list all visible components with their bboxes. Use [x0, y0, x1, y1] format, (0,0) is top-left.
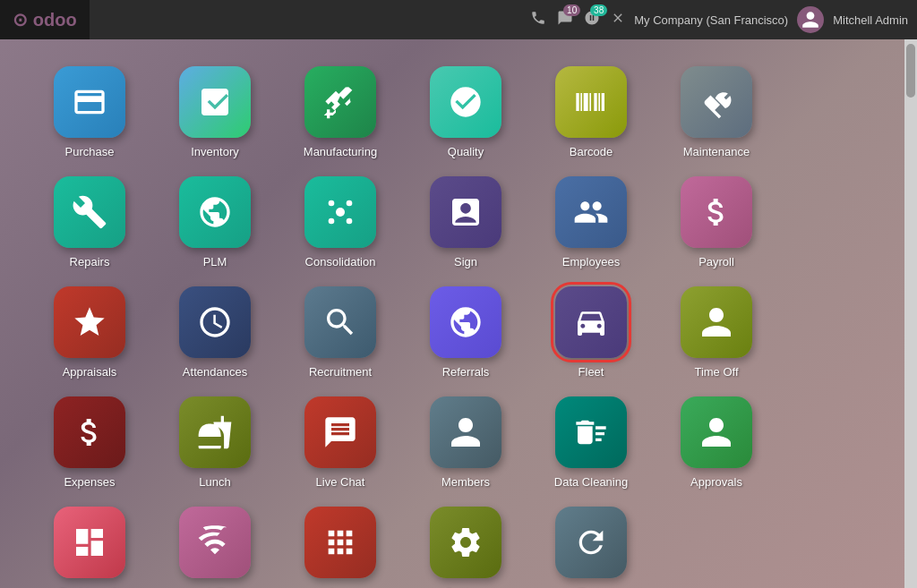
- app-icon-appraisals: [54, 286, 125, 358]
- apps-grid: PurchaseInventoryManufacturingQualityBar…: [0, 39, 917, 588]
- app-icon-employees: [555, 176, 627, 248]
- activity-badge: 38: [590, 4, 607, 16]
- app-icon-approvals: [681, 396, 752, 468]
- app-icon-dashboards: [54, 507, 125, 578]
- topbar: ⊙ odoo 10 38 My Company (San Francisco) …: [0, 0, 917, 39]
- app-label-consolidation: Consolidation: [305, 255, 376, 268]
- app-icon-consolidation: [304, 176, 376, 248]
- app-item-purchase[interactable]: Purchase: [27, 57, 152, 167]
- app-label-appraisals: Appraisals: [63, 365, 117, 379]
- app-label-timeoff: Time Off: [694, 365, 738, 379]
- app-item-plm[interactable]: PLM: [152, 167, 278, 277]
- app-item-consolidation[interactable]: Consolidation: [278, 167, 403, 277]
- app-label-purchase: Purchase: [65, 145, 115, 158]
- odoo-logo: ⊙ odoo: [13, 9, 76, 30]
- app-label-payroll: Payroll: [698, 255, 734, 268]
- app-icon-repairs: [54, 176, 125, 248]
- app-item-dashboards[interactable]: Dashboards: [27, 498, 152, 588]
- activity-icon[interactable]: 38: [584, 10, 600, 30]
- close-icon[interactable]: [611, 11, 625, 29]
- app-item-recruitment[interactable]: Recruitment: [278, 277, 403, 388]
- app-item-iot[interactable]: IoT: [152, 498, 278, 588]
- app-label-livechat: Live Chat: [316, 475, 365, 489]
- app-label-expenses: Expenses: [64, 475, 115, 489]
- user-name[interactable]: Mitchell Admin: [833, 13, 908, 27]
- app-item-employees[interactable]: Employees: [528, 167, 654, 277]
- svg-point-4: [347, 218, 353, 225]
- app-icon-manufacturing: [304, 66, 376, 138]
- app-label-quality: Quality: [448, 145, 484, 158]
- app-icon-referrals: [430, 286, 501, 358]
- app-label-referrals: Referrals: [442, 365, 490, 379]
- app-icon-datacleaning: [555, 396, 627, 468]
- app-item-inventory[interactable]: Inventory: [152, 57, 278, 167]
- app-label-approvals: Approvals: [690, 475, 742, 489]
- app-label-maintenance: Maintenance: [683, 145, 750, 158]
- app-icon-attendances: [179, 286, 251, 358]
- app-icon-settings: [430, 507, 501, 578]
- app-item-payroll[interactable]: Payroll: [654, 167, 779, 277]
- app-icon-barcode: [555, 66, 627, 138]
- app-icon-livechat: [304, 396, 376, 468]
- chat-badge: 10: [563, 4, 580, 16]
- app-icon-members: [430, 396, 501, 468]
- user-avatar[interactable]: [797, 6, 824, 33]
- topbar-right: My Company (San Francisco) Mitchell Admi…: [634, 6, 908, 33]
- app-icon-quality: [430, 66, 501, 138]
- svg-point-0: [336, 208, 345, 217]
- app-icon-payroll: [681, 176, 752, 248]
- app-icon-plm: [179, 176, 251, 248]
- app-label-repairs: Repairs: [70, 255, 110, 268]
- svg-point-1: [329, 200, 335, 207]
- app-item-apps[interactable]: Apps: [278, 498, 403, 588]
- app-item-datacleaning[interactable]: Data Cleaning: [528, 388, 654, 498]
- app-icon-purchase: [54, 66, 125, 138]
- app-item-timeoff[interactable]: Time Off: [654, 277, 779, 388]
- app-item-expenses[interactable]: Expenses: [27, 388, 152, 498]
- app-label-employees: Employees: [562, 255, 620, 268]
- app-icon-lunch: [179, 396, 251, 468]
- app-item-tests[interactable]: Tests: [528, 498, 654, 588]
- svg-point-2: [347, 200, 353, 207]
- svg-point-3: [329, 218, 335, 225]
- app-item-livechat[interactable]: Live Chat: [278, 388, 403, 498]
- app-item-quality[interactable]: Quality: [403, 57, 528, 167]
- chat-icon[interactable]: 10: [557, 10, 573, 30]
- app-icon-iot: [179, 507, 251, 578]
- logo-area[interactable]: ⊙ odoo: [0, 0, 90, 39]
- app-icon-inventory: [179, 66, 251, 138]
- app-icon-timeoff: [681, 286, 752, 358]
- app-icon-apps: [304, 507, 376, 578]
- app-icon-recruitment: [304, 286, 376, 358]
- app-label-datacleaning: Data Cleaning: [554, 475, 628, 489]
- app-label-inventory: Inventory: [191, 145, 238, 158]
- app-icon-expenses: [54, 396, 125, 468]
- app-icon-maintenance: [681, 66, 752, 138]
- phone-icon[interactable]: [530, 10, 546, 30]
- app-icon-tests: [555, 507, 627, 578]
- app-item-appraisals[interactable]: Appraisals: [27, 277, 152, 388]
- app-label-sign: Sign: [454, 255, 477, 268]
- app-item-maintenance[interactable]: Maintenance: [654, 57, 779, 167]
- app-item-members[interactable]: Members: [403, 388, 528, 498]
- company-name[interactable]: My Company (San Francisco): [634, 13, 788, 27]
- app-item-lunch[interactable]: Lunch: [152, 388, 278, 498]
- app-item-manufacturing[interactable]: Manufacturing: [278, 57, 403, 167]
- app-item-attendances[interactable]: Attendances: [152, 277, 278, 388]
- app-item-barcode[interactable]: Barcode: [528, 57, 654, 167]
- app-item-referrals[interactable]: Referrals: [403, 277, 528, 388]
- app-item-approvals[interactable]: Approvals: [654, 388, 779, 498]
- app-label-plm: PLM: [203, 255, 227, 268]
- app-item-sign[interactable]: Sign: [403, 167, 528, 277]
- app-icon-sign: [430, 176, 501, 248]
- app-item-settings[interactable]: Settings: [403, 498, 528, 588]
- app-label-barcode: Barcode: [570, 145, 613, 158]
- app-label-lunch: Lunch: [199, 475, 230, 489]
- scrollbar[interactable]: [904, 39, 917, 588]
- app-item-repairs[interactable]: Repairs: [27, 167, 152, 277]
- scrollbar-thumb[interactable]: [906, 44, 915, 98]
- app-label-manufacturing: Manufacturing: [304, 145, 377, 158]
- app-label-members: Members: [441, 475, 490, 489]
- app-label-fleet: Fleet: [578, 365, 604, 379]
- app-item-fleet[interactable]: Fleet: [528, 277, 654, 388]
